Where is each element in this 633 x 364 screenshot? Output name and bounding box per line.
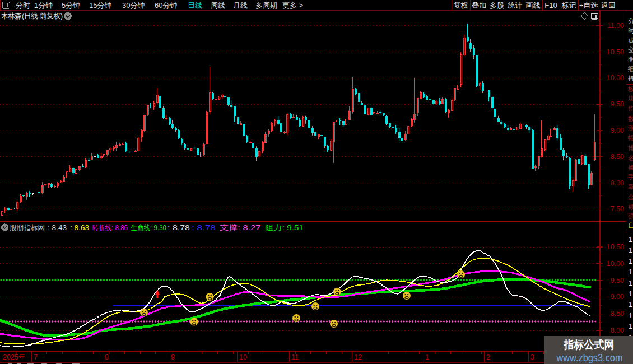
svg-text:复权: 复权: [454, 1, 468, 10]
svg-text:+自选: +自选: [579, 1, 598, 10]
svg-text:: 8.78: : 8.78: [167, 223, 190, 232]
svg-text:周线: 周线: [211, 1, 225, 10]
svg-text:1分钟: 1分钟: [34, 1, 53, 10]
svg-text:明: 明: [628, 56, 633, 63]
svg-text:统计: 统计: [508, 1, 523, 10]
svg-text:叠加: 叠加: [472, 1, 486, 10]
svg-text:10.50: 10.50: [607, 48, 624, 56]
svg-text:60分钟: 60分钟: [155, 1, 177, 10]
svg-text:阻力: 9.51: 阻力: 9.51: [265, 223, 304, 232]
svg-text:交: 交: [628, 46, 633, 53]
svg-text:9.50: 9.50: [611, 100, 624, 108]
svg-text:1: 1: [629, 246, 632, 254]
svg-text:股朋指标网: 股朋指标网: [10, 223, 45, 232]
svg-text:8.50: 8.50: [611, 310, 624, 318]
svg-text:9.00: 9.00: [611, 127, 624, 134]
svg-text:9.00: 9.00: [611, 293, 624, 301]
svg-text:www.zbgs3.com: www.zbgs3.com: [556, 352, 623, 363]
svg-text:板: 板: [627, 86, 633, 92]
svg-text:换: 换: [628, 164, 633, 171]
svg-text:更多 >: 更多 >: [282, 1, 303, 10]
svg-text:涨: 涨: [628, 125, 633, 132]
svg-text:幅: 幅: [628, 134, 633, 141]
svg-text:2025年: 2025年: [3, 353, 25, 361]
svg-text:30分钟: 30分钟: [122, 1, 145, 10]
svg-text:11: 11: [291, 353, 299, 361]
svg-text:成: 成: [628, 37, 633, 44]
svg-text:木林森(日线.前复权): 木林森(日线.前复权): [1, 12, 63, 20]
svg-text:1: 1: [629, 236, 632, 244]
svg-text:10.50: 10.50: [607, 243, 624, 251]
svg-text:自: 自: [628, 221, 633, 229]
svg-text:10: 10: [239, 353, 247, 361]
svg-text:生命线: 9.30: 生命线: 9.30: [131, 223, 167, 232]
svg-text:1: 1: [629, 312, 632, 320]
svg-text:5分钟: 5分钟: [62, 1, 80, 10]
svg-text:强: 强: [628, 213, 633, 220]
svg-text:月线: 月线: [233, 1, 248, 10]
svg-text:7.50: 7.50: [611, 205, 624, 213]
svg-text:1: 1: [629, 258, 632, 265]
svg-text:12: 12: [354, 353, 362, 361]
svg-text:8: 8: [105, 353, 109, 361]
svg-text:11.00: 11.00: [607, 22, 624, 30]
svg-text:额: 额: [628, 203, 633, 210]
svg-text:多股: 多股: [490, 1, 504, 10]
svg-text:块: 块: [627, 95, 633, 102]
svg-text:1: 1: [629, 323, 632, 330]
svg-text:金: 金: [628, 194, 633, 200]
svg-text:日线: 日线: [188, 1, 202, 10]
svg-text:标记: 标记: [562, 1, 576, 10]
svg-text:多周期: 多周期: [255, 1, 277, 10]
svg-text:分时: 分时: [16, 1, 30, 10]
svg-text:: 8.63: : 8.63: [70, 223, 89, 232]
svg-text:10.00: 10.00: [607, 74, 624, 82]
svg-text:时: 时: [628, 27, 633, 34]
svg-text:10.00: 10.00: [607, 260, 624, 268]
svg-text:手: 手: [628, 174, 633, 180]
svg-text:1: 1: [629, 290, 632, 298]
svg-text:持: 持: [627, 75, 633, 82]
svg-text:转折线: 8.86: 转折线: 8.86: [92, 223, 128, 232]
svg-text:名: 名: [628, 155, 633, 161]
svg-text:分: 分: [628, 18, 633, 25]
svg-text:9: 9: [171, 353, 175, 361]
svg-text:8.50: 8.50: [611, 153, 624, 161]
svg-text:9.50: 9.50: [611, 277, 624, 284]
svg-text:8.00: 8.00: [611, 179, 624, 187]
svg-text:2: 2: [486, 353, 490, 361]
svg-text:指: 指: [627, 105, 633, 112]
svg-text:指标公式网: 指标公式网: [564, 338, 615, 351]
svg-text:15分钟: 15分钟: [89, 1, 111, 10]
svg-text:: 8.78: : 8.78: [192, 223, 216, 232]
svg-text:1: 1: [425, 353, 429, 361]
svg-text:3: 3: [530, 353, 534, 361]
svg-text:画线: 画线: [526, 1, 541, 10]
svg-text:返回: 返回: [601, 1, 616, 10]
svg-text:排: 排: [628, 144, 633, 151]
svg-text:: 8.43: : 8.43: [48, 223, 67, 232]
svg-text:1: 1: [629, 279, 632, 287]
svg-text:7: 7: [34, 353, 38, 361]
svg-text:数: 数: [628, 115, 633, 122]
svg-text:1: 1: [629, 268, 632, 276]
svg-text:1: 1: [629, 301, 632, 309]
svg-text:8.00: 8.00: [611, 326, 624, 334]
svg-text:率: 率: [628, 184, 633, 190]
svg-text:F10: F10: [544, 1, 557, 10]
svg-text:细: 细: [627, 66, 633, 72]
svg-text:支撑: 8.27: 支撑: 8.27: [220, 223, 261, 232]
